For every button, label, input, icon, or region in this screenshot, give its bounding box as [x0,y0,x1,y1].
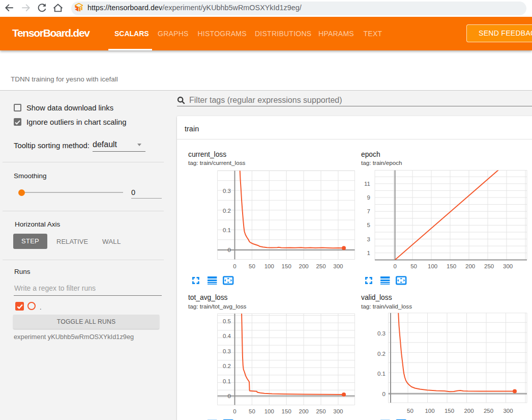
svg-text:5: 5 [367,222,370,228]
svg-text:0: 0 [228,393,231,399]
svg-text:250: 250 [316,263,326,269]
svg-text:1: 1 [367,250,370,256]
svg-text:0: 0 [382,391,386,397]
svg-text:150: 150 [282,408,291,414]
svg-text:0.5: 0.5 [223,318,231,324]
svg-text:100: 100 [264,263,274,269]
svg-text:0: 0 [233,408,236,414]
svg-text:300: 300 [333,263,343,269]
svg-text:0.4: 0.4 [223,333,231,339]
svg-text:50: 50 [249,263,255,269]
svg-text:150: 150 [447,263,456,269]
svg-text:300: 300 [333,408,343,414]
svg-text:150: 150 [282,263,291,269]
svg-text:200: 200 [464,408,474,414]
svg-text:3: 3 [367,236,370,242]
svg-text:0: 0 [228,247,231,253]
svg-text:150: 150 [445,408,454,414]
svg-text:200: 200 [465,263,475,269]
svg-text:300: 300 [503,263,513,269]
svg-text:0.1: 0.1 [223,378,231,384]
svg-text:250: 250 [316,408,326,414]
svg-text:0.2: 0.2 [377,351,386,357]
svg-text:0: 0 [233,263,236,269]
svg-text:200: 200 [299,408,309,414]
svg-text:9: 9 [367,194,370,201]
svg-text:0.3: 0.3 [223,348,231,354]
svg-text:0.3: 0.3 [223,188,231,194]
svg-text:100: 100 [425,408,434,414]
svg-text:0.2: 0.2 [223,363,231,369]
svg-text:50: 50 [407,408,413,414]
svg-text:0.3: 0.3 [377,330,386,337]
svg-text:300: 300 [503,408,513,414]
svg-text:0.1: 0.1 [377,371,386,377]
svg-text:0: 0 [393,263,396,269]
svg-text:100: 100 [264,408,274,414]
svg-text:50: 50 [410,263,417,269]
svg-text:50: 50 [249,408,255,414]
svg-text:250: 250 [484,263,494,269]
svg-text:0.1: 0.1 [223,227,231,233]
svg-text:11: 11 [364,181,370,187]
svg-text:100: 100 [428,263,437,269]
svg-text:250: 250 [484,408,493,414]
svg-text:0.2: 0.2 [223,208,231,214]
svg-text:200: 200 [299,263,309,269]
svg-text:7: 7 [367,208,370,214]
